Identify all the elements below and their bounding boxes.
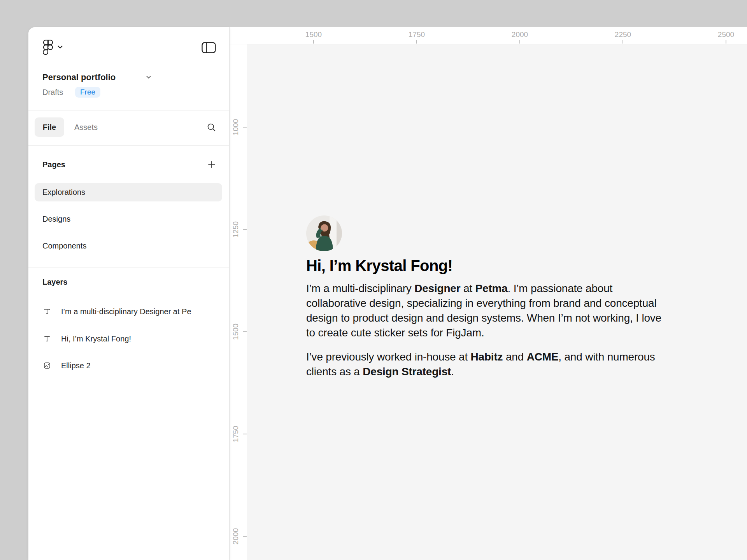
- layer-name: Hi, I’m Krystal Fong!: [61, 333, 131, 344]
- vertical-ruler: 10001250150017502000: [229, 27, 247, 560]
- ruler-label: 2250: [615, 30, 631, 39]
- ruler-label: 2000: [231, 528, 240, 544]
- layer-row-text-2[interactable]: Hi, I’m Krystal Fong!: [28, 333, 229, 344]
- tab-assets[interactable]: Assets: [74, 122, 98, 132]
- search-icon[interactable]: [207, 122, 217, 133]
- add-page-icon[interactable]: [207, 159, 217, 170]
- text-layer-icon: [43, 308, 51, 315]
- file-title[interactable]: Personal portfolio: [42, 72, 116, 83]
- plan-badge-free[interactable]: Free: [75, 87, 100, 98]
- layer-name: I’m a multi-disciplinary Designer at Pe: [61, 306, 191, 317]
- figma-app: { "colors":{ "chrome_bg":"#cecece","side…: [0, 0, 747, 560]
- page-item-explorations[interactable]: Explorations: [35, 183, 222, 201]
- ruler-tick: [243, 434, 247, 434]
- divider: [28, 110, 229, 110]
- ruler-label: 1500: [305, 30, 322, 39]
- layers-section-header: Layers: [42, 277, 68, 287]
- ruler-tick: [243, 229, 247, 230]
- breadcrumb-drafts[interactable]: Drafts: [42, 87, 63, 98]
- ruler-tick: [313, 40, 314, 44]
- figma-logo-icon[interactable]: [43, 40, 53, 55]
- ruler-label: 1750: [409, 30, 425, 39]
- divider: [28, 268, 229, 268]
- ruler-tick: [243, 127, 247, 128]
- ruler-tick: [726, 40, 726, 44]
- divider: [28, 145, 229, 146]
- pages-section-header: Pages: [42, 159, 65, 170]
- page-item-components[interactable]: Components: [42, 241, 86, 250]
- canvas-area[interactable]: 10001250150017502000 1500175020002250250…: [229, 27, 747, 560]
- ruler-label: 1250: [231, 221, 240, 238]
- ruler-label: 1000: [231, 119, 240, 135]
- page-item-label: Explorations: [42, 188, 85, 197]
- ruler-tick: [416, 40, 417, 44]
- left-sidebar-panel: Personal portfolio Drafts Free File Asse…: [28, 27, 230, 560]
- ruler-label: 2000: [512, 30, 528, 39]
- ruler-label: 2500: [718, 30, 734, 39]
- canvas-paragraph-2[interactable]: I’ve previously worked in-house at Habit…: [306, 350, 738, 379]
- ruler-tick: [519, 40, 520, 44]
- toggle-sidebar-panel-icon[interactable]: [202, 42, 216, 53]
- canvas-paragraph-1[interactable]: I’m a multi-disciplinary Designer at Pet…: [306, 281, 738, 340]
- layer-row-text-1[interactable]: I’m a multi-disciplinary Designer at Pe: [28, 306, 229, 317]
- main-menu-chevron-down-icon[interactable]: [57, 45, 63, 49]
- tab-file[interactable]: File: [35, 117, 64, 137]
- portfolio-intro-frame[interactable]: Hi, I’m Krystal Fong! I’m a multi-discip…: [306, 215, 738, 379]
- canvas-heading-text[interactable]: Hi, I’m Krystal Fong!: [306, 257, 738, 275]
- image-layer-icon: [43, 362, 51, 369]
- horizontal-ruler: 15001750200022502500: [229, 27, 747, 44]
- page-item-designs[interactable]: Designs: [42, 214, 70, 224]
- ruler-tick: [243, 331, 247, 332]
- avatar-image[interactable]: [306, 215, 342, 251]
- ruler-label: 1500: [231, 324, 240, 340]
- text-layer-icon: [43, 335, 51, 343]
- ruler-label: 1750: [231, 426, 240, 442]
- file-title-chevron-down-icon[interactable]: [146, 75, 151, 79]
- layer-row-ellipse[interactable]: Ellipse 2: [28, 360, 229, 371]
- ruler-tick: [622, 40, 623, 44]
- layer-name: Ellipse 2: [61, 360, 91, 371]
- ruler-tick: [243, 536, 247, 537]
